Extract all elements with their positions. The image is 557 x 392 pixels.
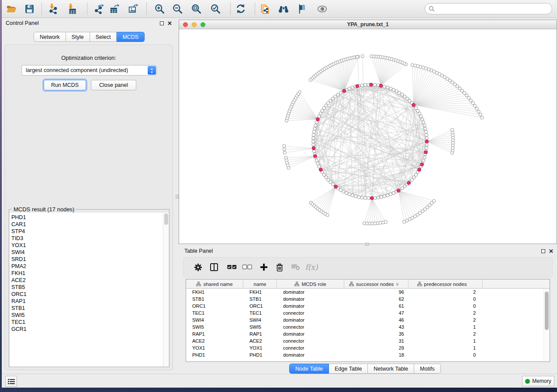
tab-mcds[interactable]: MCDS <box>117 32 145 42</box>
export-image-button[interactable] <box>126 2 140 16</box>
toolbar-separator <box>230 3 231 15</box>
memory-label: Memory <box>532 378 551 384</box>
open-file-button[interactable] <box>4 2 18 16</box>
column-header-shared-name[interactable]: shared name <box>186 279 243 289</box>
settings-gear-button[interactable] <box>191 261 204 274</box>
network-view-title: YPA_prune.txt_1 <box>179 20 557 29</box>
table-cell: 96 <box>344 289 408 296</box>
mcds-result-item[interactable]: SWI5 <box>11 312 163 319</box>
close-panel-button[interactable]: Close panel <box>91 80 136 90</box>
mcds-result-item[interactable]: STB5 <box>11 284 163 291</box>
table-row[interactable]: RAP1RAP1dominator352 <box>186 330 550 337</box>
show-all-button[interactable] <box>315 2 329 16</box>
close-panel-icon[interactable]: ✕ <box>549 248 554 254</box>
mcds-result-item[interactable]: ACE2 <box>11 277 163 284</box>
table-row[interactable]: TEC1TEC1connector472 <box>186 309 550 316</box>
table-cell: 43 <box>344 323 408 330</box>
table-panel-titlebar: Table Panel ✕ <box>179 246 557 256</box>
hide-selected-button[interactable] <box>295 2 309 16</box>
mcds-result-item[interactable]: FKH1 <box>11 270 163 277</box>
tab-style[interactable]: Style <box>66 32 90 42</box>
table-cell: TEC1 <box>243 309 277 316</box>
column-header-mcds-role[interactable]: MCDS role <box>277 279 344 289</box>
tab-select[interactable]: Select <box>90 32 117 42</box>
splitter-grip[interactable] <box>176 195 179 199</box>
column-header-successor-nodes[interactable]: successor nodes ∨ <box>344 279 408 289</box>
memory-button[interactable]: Memory <box>522 376 554 386</box>
clone-network-button[interactable] <box>258 2 272 16</box>
table-row[interactable]: ACE2ACE2connector311 <box>186 337 550 344</box>
table-row[interactable]: SWI5SWI5connector431 <box>186 323 550 330</box>
show-columns-button[interactable] <box>208 261 221 274</box>
network-canvas[interactable] <box>179 29 557 244</box>
network-view-titlebar[interactable]: YPA_prune.txt_1 <box>179 20 557 29</box>
run-mcds-button[interactable]: Run MCDS <box>44 80 86 90</box>
table-row[interactable]: STB1STB1dominator620 <box>186 296 550 303</box>
delete-table-button[interactable] <box>289 261 302 274</box>
vertical-splitter[interactable] <box>176 18 179 374</box>
import-table-button[interactable] <box>65 2 79 16</box>
table-row[interactable]: YOX1YOX1connector291 <box>186 344 550 351</box>
table-row[interactable]: FKH1FKH1dominator962 <box>186 289 550 296</box>
first-neighbors-button[interactable] <box>277 2 291 16</box>
tab-motifs[interactable]: Motifs <box>414 364 440 374</box>
mcds-result-item[interactable]: STP4 <box>11 228 163 235</box>
function-builder-button[interactable]: f(x) <box>305 261 318 274</box>
mcds-result-item[interactable]: ORC1 <box>11 291 163 298</box>
import-network-button[interactable] <box>46 2 60 16</box>
mcds-result-item[interactable]: TEC1 <box>11 319 163 326</box>
export-network-button[interactable] <box>92 2 106 16</box>
tab-node-table[interactable]: Node Table <box>289 364 329 374</box>
tab-network[interactable]: Network <box>34 32 66 42</box>
export-table-button[interactable] <box>107 2 121 16</box>
close-panel-icon[interactable]: ✕ <box>167 21 172 26</box>
table-cell: 1 <box>408 337 483 344</box>
node-table[interactable]: shared name name MCDS role successor nod… <box>186 279 550 362</box>
save-session-button[interactable] <box>22 2 36 16</box>
mcds-result-list[interactable]: PHD1CAR1STP4TID3YOX1SWI4SRD1PMA2FKH1ACE2… <box>10 213 163 367</box>
mcds-result-item[interactable]: GCR1 <box>11 326 163 333</box>
mcds-result-item[interactable]: TID3 <box>11 235 163 242</box>
zoom-selected-button[interactable] <box>208 2 222 16</box>
column-header-name[interactable]: name <box>243 279 277 289</box>
unchecked-boxes-icon <box>242 265 252 270</box>
mcds-result-item[interactable]: SWI4 <box>11 249 163 256</box>
table-row[interactable]: PHD1PHD1dominator180 <box>186 351 550 358</box>
float-panel-icon[interactable] <box>541 249 545 253</box>
scrollbar-thumb[interactable] <box>164 213 168 225</box>
table-cell: FKH1 <box>243 289 277 296</box>
add-row-button[interactable] <box>257 261 270 274</box>
tab-network-table[interactable]: Network Table <box>368 364 414 374</box>
show-log-button[interactable] <box>5 376 17 387</box>
select-all-button[interactable] <box>225 261 239 274</box>
mcds-result-item[interactable]: STB1 <box>11 305 163 312</box>
zoom-out-button[interactable] <box>170 2 184 16</box>
column-header-predecessor-nodes[interactable]: predecessor nodes <box>408 279 483 289</box>
scrollbar-thumb[interactable] <box>545 292 549 330</box>
table-scrollbar[interactable] <box>543 289 549 361</box>
zoom-in-button[interactable] <box>152 2 166 16</box>
zoom-fit-button[interactable] <box>189 2 203 16</box>
mcds-result-item[interactable]: PHD1 <box>11 214 163 221</box>
mcds-list-scrollbar[interactable] <box>163 213 169 367</box>
tab-edge-table[interactable]: Edge Table <box>329 364 368 374</box>
search-input[interactable] <box>437 6 552 12</box>
horizontal-splitter-grip[interactable] <box>365 243 369 246</box>
search-box[interactable] <box>425 3 552 14</box>
table-row[interactable]: SWI4SWI4dominator462 <box>186 316 550 323</box>
table-cell: 2 <box>408 289 483 296</box>
mcds-result-item[interactable]: YOX1 <box>11 242 163 249</box>
table-cell: 31 <box>344 337 408 344</box>
table-cell: SWI5 <box>243 323 277 330</box>
delete-row-button[interactable] <box>273 261 286 274</box>
table-row[interactable]: ORC1ORC1dominator610 <box>186 303 550 309</box>
table-cell: dominator <box>277 296 344 303</box>
mcds-result-item[interactable]: RAP1 <box>11 298 163 305</box>
optimization-criterion-select[interactable]: largest connected component (undirected)… <box>21 65 157 76</box>
mcds-result-item[interactable]: PMA2 <box>11 263 163 270</box>
float-panel-icon[interactable] <box>160 21 164 25</box>
mcds-result-item[interactable]: SRD1 <box>11 256 163 263</box>
deselect-all-button[interactable] <box>241 261 254 274</box>
refresh-button[interactable] <box>234 2 248 16</box>
mcds-result-item[interactable]: CAR1 <box>11 221 163 228</box>
